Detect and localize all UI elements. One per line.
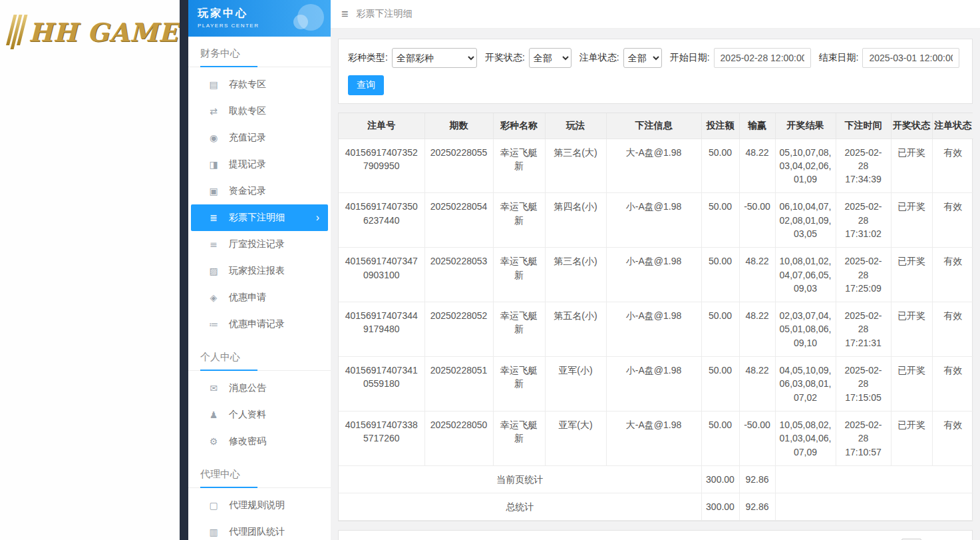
- recharge-record-icon: ◉: [208, 133, 219, 143]
- cell-bet-time: 2025-02-28 17:31:02: [836, 193, 891, 248]
- sidebar-item-label: 取款专区: [229, 105, 266, 117]
- page-title: 彩票下注明细: [357, 8, 412, 20]
- sidebar-item-deposit[interactable]: ▤ 存款专区 ›: [188, 71, 331, 98]
- main-area: ≡ 彩票下注明细 彩种类型: 全部彩种 开奖状态: 全部 注单状态: 全部 开始…: [331, 0, 980, 540]
- table-row: 401569174073527909950 20250228055 幸运飞艇新 …: [339, 138, 973, 193]
- column-header: 期数: [424, 113, 493, 138]
- cell-order-status: 有效: [932, 357, 973, 411]
- sidebar-item-label: 存款专区: [229, 79, 266, 91]
- cell-win-loss: -50.00: [739, 411, 775, 465]
- cell-lottery-name: 幸运飞艇新: [493, 138, 545, 193]
- cell-bet-amount: 50.00: [701, 138, 739, 193]
- summary-bet-amount: 300.00: [701, 465, 739, 493]
- cell-play: 亚军(小): [545, 357, 606, 411]
- start-date-input[interactable]: [714, 48, 811, 68]
- gear-icon: ⚙: [208, 436, 219, 447]
- lottery-type-select[interactable]: 全部彩种: [392, 48, 477, 68]
- sidebar-item-hall-bet-record[interactable]: ≡ 厅室投注记录 ›: [188, 231, 331, 258]
- bet-table: 注单号期数彩种名称玩法下注信息投注额输赢开奖结果下注时间开奖状态注单状态 401…: [339, 113, 973, 521]
- sidebar-section-title: 代理中心: [200, 468, 257, 488]
- sidebar-item-promo-apply-record[interactable]: ≔ 优惠申请记录 ›: [188, 311, 331, 338]
- bet-table-card: 注单号期数彩种名称玩法下注信息投注额输赢开奖结果下注时间开奖状态注单状态 401…: [338, 113, 973, 521]
- promo-apply-record-icon: ≔: [208, 319, 219, 330]
- cell-bet-info: 小-A盘@1.98: [606, 248, 701, 302]
- cell-bet-info: 大-A盘@1.98: [606, 411, 701, 465]
- sidebar-item-label: 消息公告: [229, 382, 266, 394]
- content: 彩种类型: 全部彩种 开奖状态: 全部 注单状态: 全部 开始日期: 结束日期:…: [331, 29, 980, 540]
- column-header: 下注时间: [836, 113, 891, 138]
- search-button[interactable]: 查询: [348, 75, 384, 95]
- sidebar-item-notice[interactable]: ✉ 消息公告 ›: [188, 375, 331, 402]
- sidebar: 玩家中心 PLAYERS CENTER 财务中心 ▤ 存款专区 › ⇄ 取款专区…: [188, 0, 331, 540]
- draw-status-select[interactable]: 全部: [529, 48, 572, 68]
- cell-lottery-name: 幸运飞艇新: [493, 302, 545, 357]
- sidebar-item-agent-rules[interactable]: ▢ 代理规则说明 ›: [188, 492, 331, 519]
- end-date-input[interactable]: [862, 48, 959, 68]
- bell-icon: ✉: [208, 383, 219, 394]
- column-header: 玩法: [545, 113, 606, 138]
- site-logo: HH GAME: [0, 0, 180, 49]
- sidebar-item-withdraw[interactable]: ⇄ 取款专区 ›: [188, 98, 331, 125]
- sidebar-header: 玩家中心 PLAYERS CENTER: [188, 0, 331, 37]
- table-row: 401569174073385717260 20250228050 幸运飞艇新 …: [339, 411, 973, 465]
- summary-label: 总统计: [339, 493, 701, 521]
- sidebar-item-lottery-bet-detail[interactable]: ≣ 彩票下注明细 ›: [191, 204, 328, 231]
- column-header: 开奖结果: [775, 113, 836, 138]
- topbar: ≡ 彩票下注明细: [331, 0, 980, 29]
- sidebar-item-withdrawal-record[interactable]: ◨ 提现记录 ›: [188, 151, 331, 178]
- sidebar-item-change-password[interactable]: ⚙ 修改密码 ›: [188, 428, 331, 455]
- summary-row: 总统计 300.00 92.86: [339, 493, 973, 521]
- cell-bet-info: 小-A盘@1.98: [606, 357, 701, 411]
- sidebar-item-label: 代理团队统计: [229, 526, 285, 538]
- cell-win-loss: 48.22: [739, 138, 775, 193]
- table-body: 401569174073527909950 20250228055 幸运飞艇新 …: [339, 138, 973, 521]
- cell-draw-status: 已开奖: [891, 302, 932, 357]
- lottery-bet-detail-icon: ≣: [208, 212, 219, 223]
- brand-panel: HH GAME: [0, 0, 180, 540]
- sidebar-section: 个人中心 ✉ 消息公告 › ♟ 个人资料 › ⚙ 修改密码 ›: [188, 342, 331, 459]
- cell-bet-info: 大-A盘@1.98: [606, 138, 701, 193]
- table-row: 401569174073410559180 20250228051 幸运飞艇新 …: [339, 357, 973, 411]
- cell-lottery-name: 幸运飞艇新: [493, 411, 545, 465]
- order-status-select[interactable]: 全部: [623, 48, 662, 68]
- sidebar-section-head: 财务中心: [188, 38, 331, 67]
- cell-bet-time: 2025-02-28 17:21:31: [836, 302, 891, 357]
- cell-lottery-name: 幸运飞艇新: [493, 248, 545, 302]
- summary-empty: [775, 465, 973, 493]
- players-center-subtitle: PLAYERS CENTER: [198, 23, 321, 29]
- withdrawal-record-icon: ◨: [208, 159, 219, 170]
- cell-order-no: 401569174073470903100: [339, 248, 424, 302]
- withdraw-icon: ⇄: [208, 106, 219, 117]
- cell-period: 20250228054: [424, 193, 493, 248]
- cell-order-status: 有效: [932, 248, 973, 302]
- sidebar-section-title: 财务中心: [200, 47, 257, 67]
- hamburger-menu-icon[interactable]: ≡: [341, 8, 349, 20]
- sidebar-section-head: 个人中心: [188, 342, 331, 371]
- player-bet-report-icon: ▨: [208, 266, 219, 276]
- filter-row: 彩种类型: 全部彩种 开奖状态: 全部 注单状态: 全部 开始日期: 结束日期:: [348, 48, 963, 68]
- sidebar-item-recharge-record[interactable]: ◉ 充值记录 ›: [188, 125, 331, 151]
- sidebar-item-agent-team-stats[interactable]: ▥ 代理团队统计 ›: [188, 519, 331, 540]
- cell-bet-time: 2025-02-28 17:34:39: [836, 138, 891, 193]
- cell-draw-status: 已开奖: [891, 193, 932, 248]
- cell-draw-status: 已开奖: [891, 411, 932, 465]
- cell-order-status: 有效: [932, 411, 973, 465]
- sidebar-item-player-bet-report[interactable]: ▨ 玩家投注报表 ›: [188, 258, 331, 284]
- pagination-bar: 每页显示20条 共6条 首页 上一页 1 下一页 第 页 跳转: [338, 530, 973, 540]
- sidebar-item-label: 厅室投注记录: [229, 238, 285, 250]
- sidebar-section-list: ▢ 代理规则说明 › ▥ 代理团队统计 ›: [188, 488, 331, 540]
- cell-period: 20250228051: [424, 357, 493, 411]
- summary-win-loss: 92.86: [739, 465, 775, 493]
- start-date-label: 开始日期:: [670, 52, 710, 64]
- sidebar-item-funds-record[interactable]: ▣ 资金记录 ›: [188, 178, 331, 204]
- cell-order-no: 401569174073410559180: [339, 357, 424, 411]
- sidebar-item-profile[interactable]: ♟ 个人资料 ›: [188, 402, 331, 428]
- sidebar-section-head: 代理中心: [188, 459, 331, 488]
- sidebar-item-promo-apply[interactable]: ◈ 优惠申请 ›: [188, 284, 331, 311]
- sidebar-item-label: 个人资料: [229, 409, 266, 421]
- column-header: 投注额: [701, 113, 739, 138]
- cell-period: 20250228055: [424, 138, 493, 193]
- deposit-icon: ▤: [208, 79, 219, 90]
- column-header: 注单状态: [932, 113, 973, 138]
- user-icon: ♟: [208, 409, 219, 420]
